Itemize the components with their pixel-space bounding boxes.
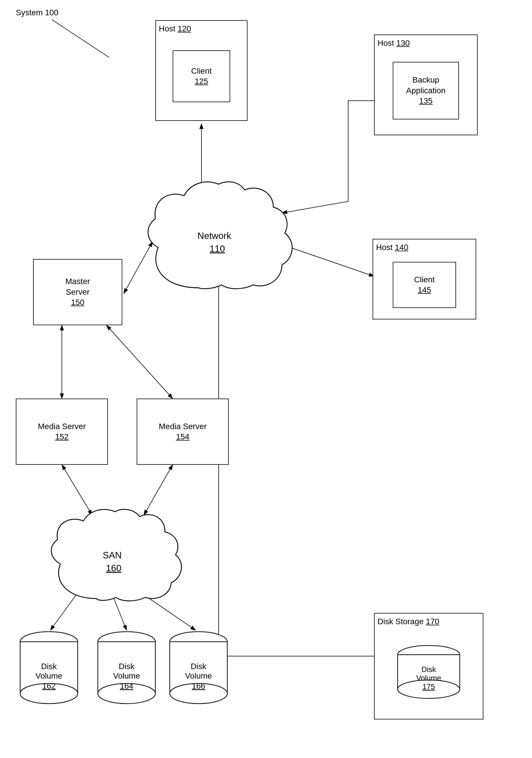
media-server-154-box: Media Server 154 bbox=[137, 398, 229, 465]
disk-175-svg: Disk Volume 175 bbox=[394, 645, 463, 702]
disk-162-svg: Disk Volume 162 bbox=[17, 630, 81, 711]
backup-app-135-box: Backup Application 135 bbox=[393, 62, 459, 120]
system-label: System 100 bbox=[16, 8, 58, 17]
svg-line-3 bbox=[52, 19, 109, 57]
disk-166-svg: Disk Volume 166 bbox=[167, 630, 230, 711]
media-server-152-box: Media Server 152 bbox=[16, 398, 108, 465]
host-140-label: Host 140 bbox=[376, 242, 408, 253]
system-label-text: System 100 bbox=[16, 8, 58, 17]
host-140-box: Host 140 Client 145 bbox=[373, 239, 476, 320]
client-125-box: Client 125 bbox=[173, 51, 230, 102]
diagram: System 100 bbox=[0, 0, 532, 758]
svg-text:175: 175 bbox=[422, 682, 435, 691]
svg-text:Disk: Disk bbox=[119, 662, 135, 671]
san-160-cloud: SAN 160 bbox=[45, 506, 194, 604]
media-server-152-label: Media Server 152 bbox=[38, 421, 86, 442]
backup-app-135-label: Backup Application 135 bbox=[406, 75, 446, 106]
disk-164-svg: Disk Volume 164 bbox=[95, 630, 158, 711]
svg-text:160: 160 bbox=[106, 563, 121, 573]
master-server-150-label: Master Server 150 bbox=[65, 276, 90, 308]
svg-text:Disk: Disk bbox=[41, 662, 57, 671]
client-125-label: Client 125 bbox=[191, 66, 212, 87]
host-130-box: Host 130 Backup Application 135 bbox=[374, 35, 478, 135]
svg-line-8 bbox=[107, 325, 173, 398]
svg-line-5 bbox=[282, 245, 374, 276]
svg-text:164: 164 bbox=[120, 681, 134, 690]
host-130-label: Host 130 bbox=[378, 38, 410, 48]
svg-text:Volume: Volume bbox=[416, 674, 441, 682]
disk-volume-162: Disk Volume 162 bbox=[17, 630, 81, 711]
disk-storage-170-box: Disk Storage 170 Disk Volume 175 bbox=[374, 613, 483, 719]
disk-volume-166: Disk Volume 166 bbox=[167, 630, 230, 711]
svg-text:Network: Network bbox=[197, 230, 231, 241]
svg-text:Volume: Volume bbox=[35, 672, 62, 680]
svg-text:Disk: Disk bbox=[421, 665, 437, 674]
svg-text:110: 110 bbox=[210, 243, 225, 254]
svg-text:162: 162 bbox=[42, 681, 56, 690]
media-server-154-label: Media Server 154 bbox=[159, 421, 207, 442]
network-110-cloud: Network 110 bbox=[141, 178, 293, 293]
disk-volume-164: Disk Volume 164 bbox=[95, 630, 158, 711]
client-145-label: Client 145 bbox=[414, 275, 435, 295]
svg-text:Disk: Disk bbox=[191, 662, 207, 671]
host-120-label: Host 120 bbox=[159, 23, 191, 34]
client-145-box: Client 145 bbox=[393, 262, 456, 308]
svg-text:166: 166 bbox=[192, 681, 205, 690]
disk-storage-170-label: Disk Storage 170 bbox=[378, 616, 439, 627]
master-server-150-box: Master Server 150 bbox=[33, 259, 122, 325]
svg-text:Volume: Volume bbox=[113, 672, 140, 680]
svg-text:SAN: SAN bbox=[103, 550, 122, 560]
host-120-box: Host 120 Client 125 bbox=[155, 20, 248, 121]
svg-text:Volume: Volume bbox=[185, 672, 212, 680]
